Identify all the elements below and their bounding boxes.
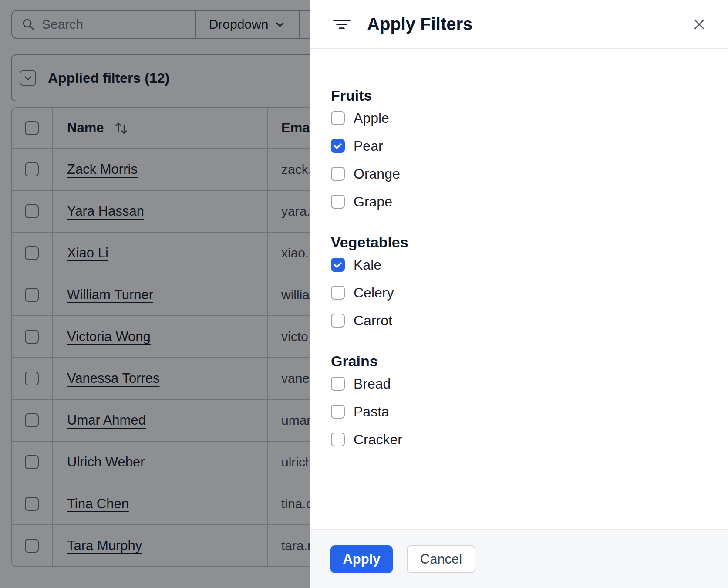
filter-option[interactable]: Bread [331,370,711,398]
option-label: Pasta [354,404,389,420]
filter-option[interactable]: Apple [331,104,711,132]
panel-title: Apply Filters [367,14,472,34]
option-label: Grape [354,194,392,210]
panel-footer: Apply Cancel [310,529,728,588]
section-heading: Grains [331,352,711,370]
apply-filters-panel: Apply Filters Fruits [310,0,728,588]
filter-option[interactable]: Cracker [331,426,711,453]
filter-option[interactable]: Pasta [331,398,711,426]
filter-option[interactable]: Kale [331,251,711,279]
section-heading: Fruits [331,87,711,104]
apply-button[interactable]: Apply [330,545,393,573]
checkmark-icon [333,260,343,270]
option-label: Orange [354,166,400,182]
option-label: Bread [354,376,391,392]
option-list: Kale Celery [331,251,711,335]
cancel-button[interactable]: Cancel [407,545,475,573]
filter-option[interactable]: Grape [331,188,711,216]
checkbox[interactable] [331,405,345,419]
filter-option[interactable]: Celery [331,279,711,307]
panel-header: Apply Filters [310,0,728,49]
checkbox[interactable] [331,433,345,446]
option-label: Apple [354,110,389,126]
filter-section: Vegetables Kale [331,233,711,335]
close-button[interactable] [690,15,709,34]
checkbox[interactable] [331,139,345,153]
checkbox[interactable] [331,111,345,125]
checkbox[interactable] [331,314,345,328]
section-heading: Vegetables [331,233,711,251]
filter-option[interactable]: Orange [331,160,711,188]
option-list: Bread Pasta [331,370,711,453]
checkbox[interactable] [331,286,345,300]
filter-option[interactable]: Carrot [331,307,711,335]
option-label: Cracker [354,432,402,448]
checkbox[interactable] [331,258,345,272]
checkbox[interactable] [331,167,345,181]
checkmark-icon [333,141,343,151]
checkbox[interactable] [331,195,345,209]
option-label: Carrot [354,313,392,329]
filter-sections: Fruits Apple [310,49,728,529]
option-label: Pear [354,138,383,154]
filter-option[interactable]: Pear [331,132,711,160]
checkbox[interactable] [331,377,345,391]
filter-icon [333,16,351,33]
option-list: Apple Pear [331,104,711,216]
close-icon [692,17,707,32]
filter-section: Fruits Apple [331,87,711,216]
option-label: Celery [354,285,394,301]
option-label: Kale [354,257,381,273]
filter-section: Grains Bread [331,352,711,453]
